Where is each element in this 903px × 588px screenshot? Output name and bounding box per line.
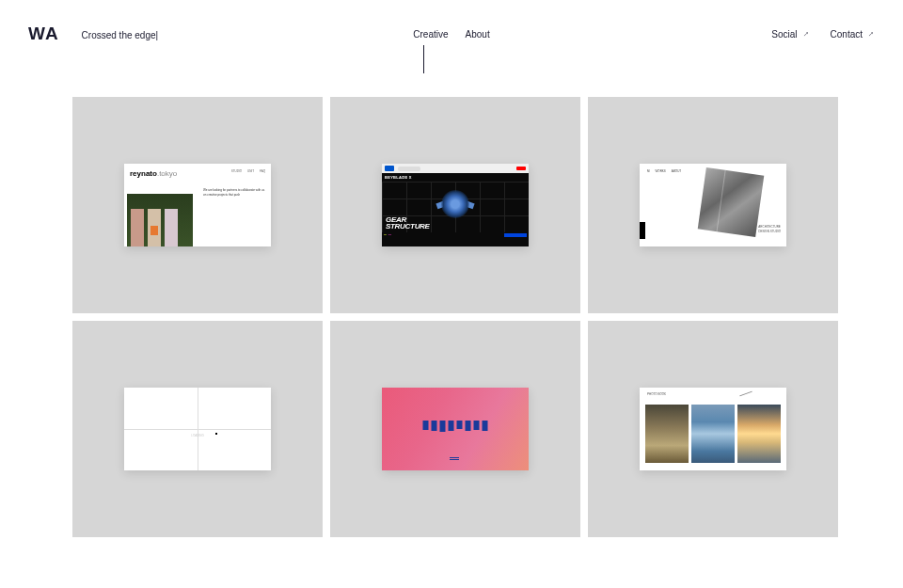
project-card[interactable]: BEYBLADE X GEAR STRUCTURE ▪▪▪ ▪▪▪▪ [330,97,580,313]
project-card[interactable] [330,321,580,537]
nav-contact[interactable]: Contact → [831,29,875,40]
fashion-image-icon [127,194,193,246]
sublogo: BEYBLADE X [382,173,529,182]
project-card[interactable]: PHOTO BOOK [588,321,838,537]
corp-navbar-icon [382,164,529,173]
thumbnail-band [382,388,529,470]
thumbnail-loading: LOADING [124,388,271,470]
thumb-body-text: We are looking for partners to collabora… [203,188,267,198]
nav-about[interactable]: About [466,29,490,40]
beyblade-icon [438,187,472,221]
headline: GEAR STRUCTURE [386,217,430,230]
external-icon: → [799,27,811,40]
nav-creative[interactable]: Creative [413,29,448,40]
nav-center: Creative About [413,29,489,40]
project-card[interactable]: LOADING [72,321,323,537]
crosshair-v-icon [198,388,198,470]
cursor-icon: | [156,30,159,40]
thumb-head: PHOTO BOOK [647,392,666,396]
tagline: Crossed the edge| [82,25,159,42]
sunset-photo-icon [737,405,781,463]
nav-right: Social → Contact → [771,29,875,40]
header-left: WA Crossed the edge| [28,24,158,44]
project-card[interactable]: reynato.tokyo STUDIO UNIT FAQ We are loo… [72,97,323,313]
thumbnail-beyblade: BEYBLADE X GEAR STRUCTURE ▪▪▪ ▪▪▪▪ [382,164,529,246]
external-icon: → [864,27,877,40]
dot-icon [215,433,217,435]
photo-row [645,405,781,463]
caption: ARCHITECTURE DESIGN STUDIO [758,225,781,233]
divider-line [423,45,424,73]
logo[interactable]: WA [28,24,59,44]
project-card[interactable]: M WORKS ABOUT ARCHITECTURE DESIGN STUDIO [588,97,838,313]
building-image-icon [698,167,765,237]
wave-photo-icon [691,405,735,463]
night-photo-icon [645,405,689,463]
loading-text: LOADING [191,434,204,437]
thumbnail-architecture: M WORKS ABOUT ARCHITECTURE DESIGN STUDIO [640,164,786,246]
thumb-nav: STUDIO UNIT FAQ [231,169,265,173]
thumb-nav: M WORKS ABOUT [647,169,681,173]
nav-social[interactable]: Social → [771,29,809,40]
thumb-brand: reynato.tokyo [130,169,177,178]
header: WA Crossed the edge| Creative About Soci… [0,0,903,44]
silhouette-icon [423,421,488,432]
thumbnail-reynato: reynato.tokyo STUDIO UNIT FAQ We are loo… [124,164,271,246]
accent-line-icon [739,391,752,397]
side-tab-icon [640,222,645,239]
mark-icon [450,457,461,461]
thumbnail-photobook: PHOTO BOOK [640,388,786,470]
footer-strip: ▪▪▪ ▪▪▪▪ [382,232,529,238]
project-grid: reynato.tokyo STUDIO UNIT FAQ We are loo… [0,97,903,537]
